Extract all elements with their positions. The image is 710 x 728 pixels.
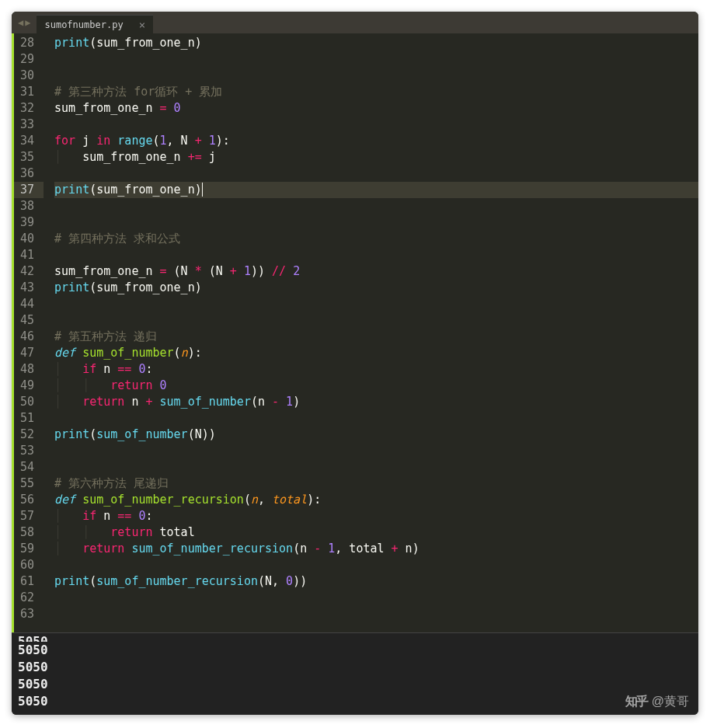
console-line: 5050	[18, 693, 692, 710]
code-line[interactable]: def sum_of_number(n):	[54, 345, 698, 361]
code-line[interactable]: sum_from_one_n = (N * (N + 1)) // 2	[54, 263, 698, 280]
line-number[interactable]: 46	[20, 329, 34, 345]
line-number[interactable]: 61	[20, 573, 34, 590]
line-number[interactable]: 41	[20, 247, 34, 263]
line-number[interactable]: 43	[20, 280, 34, 296]
tab-filename: sumofnumber.py	[44, 19, 123, 30]
line-number[interactable]: 57	[20, 508, 34, 524]
line-number[interactable]: 38	[20, 198, 34, 214]
editor-body: 2829303132333435363738394041424344454647…	[12, 33, 698, 632]
code-line[interactable]: def sum_of_number_recursion(n, total):	[54, 492, 698, 508]
line-number[interactable]: 56	[20, 492, 34, 508]
code-line[interactable]	[54, 443, 698, 459]
line-number[interactable]: 52	[20, 427, 34, 443]
output-console: 5050 5050 5050 5050 5050 知乎 @黄哥	[12, 632, 698, 715]
line-number[interactable]: 49	[20, 378, 34, 394]
tab-close-icon[interactable]: ×	[139, 19, 145, 31]
code-line[interactable]: │ return sum_of_number_recursion(n - 1, …	[54, 541, 698, 557]
line-number[interactable]: 47	[20, 345, 34, 361]
code-line[interactable]	[54, 459, 698, 475]
line-number[interactable]: 29	[20, 51, 34, 68]
line-number[interactable]: 48	[20, 361, 34, 378]
code-line[interactable]: │ │ return total	[54, 524, 698, 541]
line-number[interactable]: 36	[20, 165, 34, 182]
watermark-text: @黄哥	[652, 693, 689, 710]
console-line: 5050	[18, 642, 692, 659]
line-number[interactable]: 44	[20, 296, 34, 312]
line-number[interactable]: 54	[20, 459, 34, 475]
line-number[interactable]: 58	[20, 524, 34, 541]
code-line[interactable]: # 第四种方法 求和公式	[54, 231, 698, 247]
code-line[interactable]	[54, 165, 698, 182]
line-number[interactable]: 30	[20, 68, 34, 84]
line-number[interactable]: 63	[20, 606, 34, 622]
code-line[interactable]: for j in range(1, N + 1):	[54, 133, 698, 149]
code-line[interactable]: │ if n == 0:	[54, 361, 698, 378]
code-line[interactable]	[54, 68, 698, 84]
code-line[interactable]	[54, 247, 698, 263]
code-line[interactable]: │ sum_from_one_n += j	[54, 149, 698, 165]
line-number[interactable]: 28	[20, 35, 34, 51]
code-line[interactable]: print(sum_from_one_n)	[54, 182, 698, 198]
console-line: 5050	[18, 659, 692, 676]
code-line[interactable]	[54, 312, 698, 329]
watermark: 知乎 @黄哥	[625, 693, 689, 710]
line-number[interactable]: 62	[20, 590, 34, 606]
code-line[interactable]	[54, 51, 698, 68]
titlebar: ◀ ▶ sumofnumber.py ×	[12, 12, 698, 33]
line-number[interactable]: 31	[20, 84, 34, 100]
code-line[interactable]: # 第三种方法 for循环 + 累加	[54, 84, 698, 100]
line-number[interactable]: 55	[20, 475, 34, 492]
line-number[interactable]: 45	[20, 312, 34, 329]
line-number-gutter: 2829303132333435363738394041424344454647…	[14, 33, 44, 632]
code-line[interactable]: │ return n + sum_of_number(n - 1)	[54, 394, 698, 410]
line-number[interactable]: 33	[20, 117, 34, 133]
code-line[interactable]: # 第五种方法 递归	[54, 329, 698, 345]
console-line: 5050	[18, 633, 692, 642]
code-line[interactable]: print(sum_of_number(N))	[54, 427, 698, 443]
line-number[interactable]: 59	[20, 541, 34, 557]
code-line[interactable]: print(sum_of_number_recursion(N, 0))	[54, 573, 698, 590]
line-number[interactable]: 53	[20, 443, 34, 459]
code-line[interactable]	[54, 590, 698, 606]
line-number[interactable]: 40	[20, 231, 34, 247]
editor-window: ◀ ▶ sumofnumber.py × 2829303132333435363…	[12, 12, 698, 715]
code-line[interactable]: print(sum_from_one_n)	[54, 35, 698, 51]
code-line[interactable]	[54, 557, 698, 573]
code-line[interactable]	[54, 214, 698, 231]
line-number[interactable]: 60	[20, 557, 34, 573]
nav-arrows: ◀ ▶	[18, 17, 30, 28]
code-line[interactable]: │ │ return 0	[54, 378, 698, 394]
code-line[interactable]	[54, 117, 698, 133]
line-number[interactable]: 42	[20, 263, 34, 280]
code-line[interactable]: print(sum_from_one_n)	[54, 280, 698, 296]
line-number[interactable]: 34	[20, 133, 34, 149]
watermark-logo: 知乎	[625, 693, 647, 710]
line-number[interactable]: 37	[14, 182, 44, 198]
code-line[interactable]	[54, 296, 698, 312]
code-line[interactable]: sum_from_one_n = 0	[54, 100, 698, 117]
line-number[interactable]: 32	[20, 100, 34, 117]
line-number[interactable]: 39	[20, 214, 34, 231]
code-line[interactable]	[54, 606, 698, 622]
line-number[interactable]: 51	[20, 410, 34, 427]
line-number[interactable]: 50	[20, 394, 34, 410]
code-line[interactable]	[54, 410, 698, 427]
nav-back-icon[interactable]: ◀	[18, 17, 23, 28]
code-line[interactable]: # 第六种方法 尾递归	[54, 475, 698, 492]
line-number[interactable]: 35	[20, 149, 34, 165]
file-tab[interactable]: sumofnumber.py ×	[37, 15, 153, 33]
code-line[interactable]: │ if n == 0:	[54, 508, 698, 524]
code-line[interactable]	[54, 198, 698, 214]
code-area[interactable]: print(sum_from_one_n)# 第三种方法 for循环 + 累加s…	[44, 33, 698, 632]
console-line: 5050	[18, 676, 692, 693]
nav-forward-icon[interactable]: ▶	[25, 17, 30, 28]
